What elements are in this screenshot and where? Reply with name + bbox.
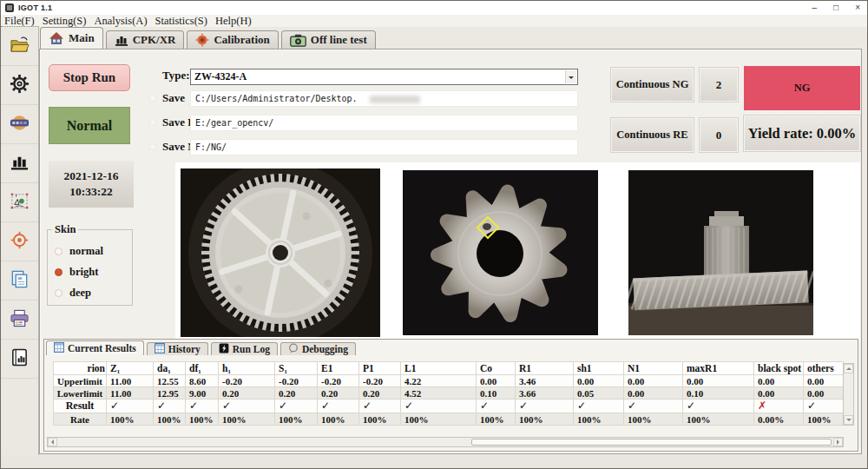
- tab-calibration[interactable]: Calibration: [187, 30, 278, 49]
- skin-option-normal[interactable]: normal: [48, 241, 132, 261]
- chevron-down-icon[interactable]: [565, 70, 576, 83]
- cell: 100%: [804, 413, 844, 426]
- statistics-chart-icon: [10, 153, 30, 175]
- redacted-text: [370, 96, 420, 103]
- sidebar-button-printer[interactable]: [1, 301, 38, 340]
- maximize-button[interactable]: □: [833, 1, 838, 15]
- column-header: S₁: [275, 362, 318, 375]
- cell: 12.55: [154, 375, 186, 387]
- results-tab-history[interactable]: History: [147, 342, 208, 355]
- cell: ✓: [107, 400, 154, 413]
- app-icon: [5, 3, 14, 12]
- tab-label: Run Log: [233, 344, 270, 354]
- sidebar-button-measurement[interactable]: [1, 183, 38, 222]
- application-window: IGOT 1.1 – □ × File(F)Setting(S)Analysis…: [0, 0, 868, 469]
- device-icon: [10, 114, 30, 135]
- results-table-wrap: rionZ₁da₁df₁h₁S₁E1P1L1CoR1sh1N1maxR1blac…: [53, 361, 845, 426]
- save-ng-path-field[interactable]: F:/NG/: [190, 139, 578, 155]
- cell: 100%: [186, 413, 219, 426]
- tab-main[interactable]: Main: [40, 27, 103, 49]
- menu-help[interactable]: Help(H): [215, 16, 252, 27]
- home-icon: [49, 31, 64, 45]
- cell: 0.00: [804, 387, 844, 400]
- cell: 3.66: [516, 387, 574, 400]
- scroll-right-icon[interactable]: [833, 438, 843, 446]
- close-button[interactable]: ×: [855, 1, 860, 15]
- cell: ✓: [401, 400, 477, 413]
- menu-setting[interactable]: Setting(S): [43, 16, 87, 27]
- open-folder-icon: [10, 36, 30, 57]
- sidebar-button-copy-pages[interactable]: [1, 261, 38, 301]
- scroll-down-icon[interactable]: [844, 415, 853, 425]
- scroll-left-icon[interactable]: [48, 438, 57, 446]
- sidebar-button-statistics-chart[interactable]: [1, 144, 38, 183]
- scrollbar-thumb[interactable]: [471, 439, 832, 446]
- cell: 100%: [516, 413, 574, 426]
- vertical-scrollbar[interactable]: [843, 363, 854, 426]
- tab-off-line-test[interactable]: Off line test: [281, 30, 376, 49]
- cell: 9.00: [186, 387, 219, 400]
- cell: ✓: [477, 400, 516, 413]
- row-label: Upperlimit: [54, 375, 107, 387]
- debug-icon: [288, 343, 299, 355]
- cell: 0.00: [754, 375, 804, 387]
- save-label: Save: [162, 91, 185, 105]
- sidebar-button-report[interactable]: [1, 340, 38, 379]
- cell: 0.00%: [754, 413, 804, 426]
- tab-label: Main: [69, 31, 95, 45]
- cell: 8.60: [186, 375, 219, 387]
- cell: 0.20: [359, 387, 401, 400]
- type-combobox[interactable]: ZW-4324-A: [190, 69, 578, 85]
- cell: ✓: [154, 400, 186, 413]
- sidebar-button-target[interactable]: [1, 222, 38, 261]
- target-icon: [10, 231, 29, 253]
- save-path-value: C:/Users/Administrator/Desktop.: [195, 94, 358, 103]
- cell: 0.20: [318, 387, 359, 400]
- minimize-button[interactable]: –: [812, 1, 818, 15]
- cell: ✓: [683, 400, 754, 413]
- save-re-path-field[interactable]: E:/gear_opencv/: [190, 115, 578, 131]
- cell: 0.00: [683, 375, 754, 387]
- stop-run-button[interactable]: Stop Run: [49, 64, 130, 91]
- cell: ✓: [359, 400, 401, 413]
- tab-label: Off line test: [311, 33, 367, 47]
- menu-statistics[interactable]: Statistics(S): [155, 16, 207, 27]
- window-footer: [1, 455, 867, 468]
- menu-file[interactable]: File(F): [4, 16, 35, 27]
- results-tab-run-log[interactable]: Run Log: [211, 342, 278, 355]
- skin-option-deep[interactable]: deep: [48, 282, 132, 303]
- sidebar-button-open-folder[interactable]: [1, 27, 38, 66]
- printer-icon: [10, 309, 30, 331]
- column-header: da₁: [154, 362, 186, 375]
- column-header: others: [804, 362, 844, 375]
- sidebar-button-device[interactable]: [1, 105, 38, 144]
- cell: 100%: [401, 413, 477, 426]
- tab-cpk-xr[interactable]: CPK/XR: [106, 30, 185, 49]
- radio-label: bright: [69, 266, 98, 279]
- toolbar-sidebar: [1, 26, 39, 468]
- sidebar-button-settings-gear[interactable]: [1, 66, 38, 105]
- save-ng-path-value: F:/NG/: [195, 142, 227, 152]
- row-label: Result: [54, 400, 107, 413]
- menu-analysis[interactable]: Analysis(A): [94, 16, 147, 27]
- camera-icon: [290, 34, 306, 47]
- date-text: 2021-12-16: [64, 168, 119, 184]
- status-indicator: Normal: [49, 107, 130, 144]
- continuous-re-count: 0: [700, 118, 738, 152]
- tab-label: Debugging: [302, 344, 348, 354]
- title-bar: IGOT 1.1 – □ ×: [1, 1, 867, 15]
- save-path-field[interactable]: C:/Users/Administrator/Desktop.: [190, 90, 578, 107]
- results-tab-current-results[interactable]: Current Results: [46, 340, 144, 355]
- horizontal-scrollbar[interactable]: [47, 437, 844, 447]
- skin-option-bright[interactable]: bright: [48, 261, 132, 282]
- yield-rate-box: Yield rate: 0.00%: [744, 116, 860, 151]
- ng-status-box: NG: [744, 66, 860, 110]
- save-re-path-value: E:/gear_opencv/: [195, 118, 273, 128]
- cell: -0.20: [275, 375, 318, 387]
- cell: 0.10: [477, 387, 516, 400]
- cell: 0.00: [624, 375, 683, 387]
- scroll-up-icon[interactable]: [844, 364, 853, 373]
- results-tab-debugging[interactable]: Debugging: [280, 342, 356, 355]
- barchart-icon: [115, 33, 128, 47]
- report-icon: [10, 347, 30, 371]
